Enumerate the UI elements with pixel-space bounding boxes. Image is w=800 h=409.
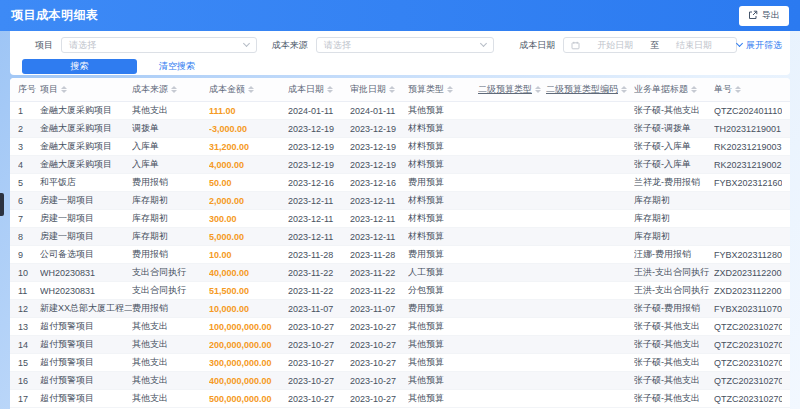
table-cell: 2023-12-11: [288, 214, 350, 224]
col-header-sub-budget-code[interactable]: 二级预算类型编码: [546, 83, 634, 96]
table-cell: 2023-11-22: [288, 268, 350, 278]
table-cell: 其他支出: [132, 338, 209, 351]
table-cell: 31,200.00: [209, 142, 288, 152]
table-cell: TH20231219001: [714, 124, 782, 134]
table-cell: 2: [18, 124, 40, 134]
chevron-down-icon: [243, 40, 250, 47]
table-cell: 材料预算: [408, 230, 478, 243]
project-select[interactable]: 请选择: [61, 37, 257, 53]
col-header-doc-no[interactable]: 单号: [714, 83, 782, 96]
table-cell: 费用预算: [408, 302, 478, 315]
end-date-input[interactable]: 结束日期: [659, 39, 729, 52]
table-cell: 9: [18, 250, 40, 260]
cost-date-range-input[interactable]: 开始日期 至 结束日期: [563, 37, 737, 53]
col-header-sub-budget-type[interactable]: 二级预算类型: [478, 83, 546, 96]
table-cell: 300,000,000.00: [209, 358, 288, 368]
table-cell: 其他支出: [132, 104, 209, 117]
table-row: 6房建一期项目库存期初2,000.002023-12-112023-12-11材…: [10, 192, 790, 210]
sort-icon[interactable]: [327, 86, 333, 93]
table-cell: 15: [18, 358, 40, 368]
table-cell: 其他预算: [408, 356, 478, 369]
table-cell: 13: [18, 322, 40, 332]
table-cell: 2023-11-07: [350, 304, 408, 314]
col-header-index: 序号: [18, 83, 40, 96]
table-cell: ZXD20231122002: [714, 268, 782, 278]
table-cell: 其他预算: [408, 320, 478, 333]
col-header-project[interactable]: 项目: [40, 83, 132, 96]
table-cell: WH20230831: [40, 286, 132, 296]
sort-icon[interactable]: [691, 86, 697, 93]
table-cell: WH20230831: [40, 268, 132, 278]
table-cell: 2023-12-11: [288, 232, 350, 242]
table-cell: 2023-12-11: [350, 214, 408, 224]
chevron-down-icon: [480, 40, 487, 47]
table-cell: 200,000,000.00: [209, 340, 288, 350]
table-cell: 其他支出: [132, 356, 209, 369]
table-cell: 张子硕-入库单: [634, 158, 714, 171]
expand-filters-link[interactable]: 展开筛选: [737, 39, 782, 52]
table-cell: FYBX20231216001: [714, 178, 782, 188]
table-cell: 其他预算: [408, 338, 478, 351]
table-body: 1金融大厦采购项目其他支出111.002024-01-112024-01-11其…: [10, 102, 790, 408]
table-cell: RK20231219002: [714, 160, 782, 170]
table-cell: 2023-12-19: [288, 160, 350, 170]
sort-icon[interactable]: [447, 86, 453, 93]
table-cell: 2023-12-19: [288, 124, 350, 134]
search-button[interactable]: 搜索: [22, 59, 137, 74]
sort-icon[interactable]: [61, 86, 67, 93]
sort-icon[interactable]: [735, 86, 741, 93]
table-cell: 2023-12-11: [288, 196, 350, 206]
table-cell: 17: [18, 394, 40, 404]
export-button[interactable]: 导出: [739, 6, 789, 26]
clear-search-link[interactable]: 清空搜索: [159, 60, 195, 73]
col-header-cost-date[interactable]: 成本日期: [288, 83, 350, 96]
col-header-budget-type[interactable]: 预算类型: [408, 83, 478, 96]
start-date-input[interactable]: 开始日期: [580, 39, 650, 52]
table-cell: -3,000.00: [209, 124, 288, 134]
cost-source-select[interactable]: 请选择: [316, 37, 495, 53]
col-header-approval-date[interactable]: 审批日期: [350, 83, 408, 96]
table-row: 16超付预警项目其他支出400,000,000.002023-10-272023…: [10, 372, 790, 390]
table-cell: 2023-10-27: [350, 322, 408, 332]
sort-icon[interactable]: [535, 86, 541, 93]
sort-icon[interactable]: [171, 86, 177, 93]
table-cell: 材料预算: [408, 158, 478, 171]
table-cell: 库存期初: [634, 194, 714, 207]
table-cell: 4: [18, 160, 40, 170]
table-cell: 100,000,000.00: [209, 322, 288, 332]
export-label: 导出: [762, 9, 780, 22]
table-cell: 分包预算: [408, 284, 478, 297]
table-cell: 库存期初: [132, 194, 209, 207]
table-cell: 和平饭店: [40, 176, 132, 189]
table-cell: 2023-12-19: [350, 160, 408, 170]
col-header-cost-source[interactable]: 成本来源: [132, 83, 209, 96]
table-row: 5和平饭店费用报销50.002023-12-162023-12-16费用预算兰祥…: [10, 174, 790, 192]
sort-icon[interactable]: [389, 86, 395, 93]
table-cell: FYBX20231128001: [714, 250, 782, 260]
table-cell: 汪娜-费用报销: [634, 248, 714, 261]
table-cell: 其他预算: [408, 104, 478, 117]
table-cell: 2023-10-27: [288, 376, 350, 386]
table-row: 1金融大厦采购项目其他支出111.002024-01-112024-01-11其…: [10, 102, 790, 120]
project-filter-label: 项目: [35, 39, 53, 52]
table-cell: 张子硕-其他支出: [634, 356, 714, 369]
table-row: 11WH20230831支出合同执行51,500.002023-11-22202…: [10, 282, 790, 300]
table-row: 7房建一期项目库存期初300.002023-12-112023-12-11材料预…: [10, 210, 790, 228]
side-panel-handle[interactable]: [0, 193, 4, 216]
table-cell: 2023-12-16: [350, 178, 408, 188]
table-cell: 2023-11-22: [288, 286, 350, 296]
sort-icon[interactable]: [621, 86, 627, 93]
table-cell: 金融大厦采购项目: [40, 122, 132, 135]
table-cell: 2023-11-22: [350, 268, 408, 278]
col-header-cost-amount[interactable]: 成本金额: [209, 83, 288, 96]
table-cell: QTZC20231027002: [714, 358, 782, 368]
table-cell: 支出合同执行: [132, 284, 209, 297]
table-cell: 其他预算: [408, 374, 478, 387]
table-cell: 2023-11-28: [350, 250, 408, 260]
table-row: 14超付预警项目其他支出200,000,000.002023-10-272023…: [10, 336, 790, 354]
sort-icon[interactable]: [248, 86, 254, 93]
col-header-doc-title[interactable]: 业务单据标题: [634, 83, 714, 96]
table-row: 4金融大厦采购项目入库单4,000.002023-12-192023-12-19…: [10, 156, 790, 174]
table-cell: 库存期初: [634, 230, 714, 243]
table-cell: 超付预警项目: [40, 374, 132, 387]
